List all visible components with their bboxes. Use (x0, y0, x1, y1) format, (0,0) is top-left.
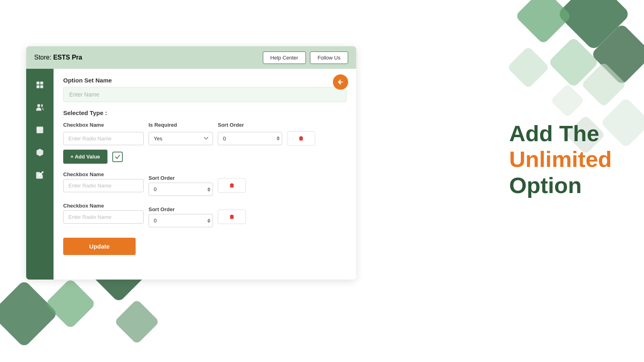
column-headers: Checkbox Name Is Required Sort Order (63, 122, 347, 128)
checkbox-name-input-3[interactable] (63, 210, 144, 224)
delete-button-2[interactable] (218, 178, 246, 193)
follow-us-button[interactable]: Follow Us (310, 51, 348, 64)
option-set-name-label: Option Set Name (63, 77, 347, 84)
back-arrow-icon (337, 78, 344, 86)
checkbox-name-input-2[interactable] (63, 179, 144, 192)
sidebar (26, 69, 54, 280)
extra-row-2: Checkbox Name Sort Order (63, 199, 347, 227)
is-required-header: Is Required (149, 122, 213, 128)
app-header: Store: ESTS Pra Help Center Follow Us (26, 46, 356, 69)
main-content: Option Set Name Selected Type : Checkbox… (54, 69, 356, 280)
back-button[interactable] (333, 74, 348, 90)
sidebar-item-products[interactable] (30, 143, 50, 162)
header-buttons: Help Center Follow Us (263, 51, 348, 64)
sidebar-item-users[interactable] (30, 98, 50, 117)
add-value-row: + Add Value (63, 150, 347, 164)
users-icon (35, 103, 44, 112)
svg-rect-0 (37, 82, 39, 84)
svg-rect-2 (37, 85, 39, 88)
check-icon (115, 154, 120, 160)
sort-wrapper-r1 (149, 183, 213, 196)
sidebar-item-edit[interactable] (30, 165, 50, 185)
is-required-select[interactable]: Yes No (149, 132, 213, 145)
add-value-button[interactable]: + Add Value (63, 150, 107, 164)
arrow-down-icon[interactable] (277, 139, 280, 141)
sort-order-header: Sort Order (218, 122, 282, 128)
headline: Add The Unlimited Option (509, 121, 612, 198)
headline-line1: Add The (509, 121, 612, 146)
option-set-name-input[interactable] (63, 87, 347, 102)
trash-icon-3 (229, 214, 235, 220)
app-window: Store: ESTS Pra Help Center Follow Us (26, 46, 356, 280)
sort-wrapper-r2 (149, 214, 213, 227)
sort-arrows-2[interactable] (207, 187, 211, 191)
first-data-row: Yes No (63, 131, 347, 146)
arrow-up-icon[interactable] (277, 136, 280, 138)
sidebar-item-catalog[interactable] (30, 120, 50, 140)
delete-button-3[interactable] (218, 210, 246, 224)
help-center-button[interactable]: Help Center (263, 51, 306, 64)
edit-icon (35, 171, 44, 179)
headline-line2: Unlimited (509, 146, 612, 172)
sort-order-wrapper-1 (218, 132, 282, 145)
sidebar-item-dashboard[interactable] (30, 75, 50, 95)
sort-order-label-r1: Sort Order (149, 175, 213, 181)
update-button[interactable]: Update (63, 238, 136, 255)
box-icon (35, 148, 44, 157)
headline-line3: Option (509, 173, 612, 198)
svg-point-4 (37, 104, 40, 107)
checkbox-check[interactable] (112, 152, 123, 162)
sort-order-input-1[interactable] (218, 132, 282, 145)
store-label: Store: ESTS Pra (34, 54, 82, 61)
svg-rect-5 (37, 127, 43, 134)
store-name: ESTS Pra (53, 54, 82, 61)
delete-button-1[interactable] (287, 131, 315, 146)
sort-arrows-1[interactable] (277, 136, 280, 141)
extra-row-1: Checkbox Name Sort Order (63, 168, 347, 196)
sort-arrows-3[interactable] (207, 218, 211, 223)
trash-icon (298, 135, 304, 142)
option-set-name-section: Option Set Name (63, 77, 347, 102)
svg-rect-1 (40, 82, 43, 84)
app-body: Option Set Name Selected Type : Checkbox… (26, 69, 356, 280)
trash-icon-2 (229, 182, 235, 189)
sort-order-label-r2: Sort Order (149, 206, 213, 212)
sort-order-input-3[interactable] (149, 214, 213, 227)
grid-icon (35, 80, 44, 89)
svg-rect-3 (40, 85, 43, 88)
sort-order-input-2[interactable] (149, 183, 213, 196)
checkbox-name-label-r2: Checkbox Name (63, 203, 144, 209)
checkbox-name-header: Checkbox Name (63, 122, 144, 128)
catalog-icon (35, 125, 44, 134)
checkbox-name-label-r1: Checkbox Name (63, 171, 144, 177)
checkbox-name-input-1[interactable] (63, 132, 144, 145)
selected-type-label: Selected Type : (63, 109, 347, 116)
